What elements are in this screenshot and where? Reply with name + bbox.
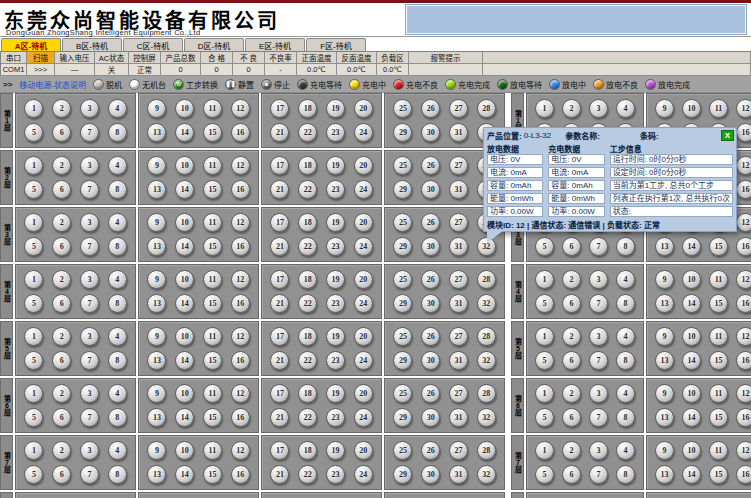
- cell-circle[interactable]: 16: [736, 465, 751, 484]
- cell-circle[interactable]: 5: [535, 465, 554, 484]
- cell-circle[interactable]: 14: [175, 123, 194, 142]
- cell-circle[interactable]: 7: [589, 351, 608, 370]
- cell-circle[interactable]: 2: [562, 441, 581, 460]
- cell-circle[interactable]: 1: [24, 441, 43, 460]
- cell-circle[interactable]: 11: [709, 270, 728, 289]
- toolbar-header[interactable]: 扫描: [27, 52, 55, 64]
- cell-circle[interactable]: 25: [393, 441, 412, 460]
- cell-circle[interactable]: 12: [736, 270, 751, 289]
- cell-circle[interactable]: 5: [24, 180, 43, 199]
- cell-circle[interactable]: 8: [108, 237, 127, 256]
- cell-circle[interactable]: 4: [108, 441, 127, 460]
- popup-close-button[interactable]: X: [721, 130, 734, 141]
- cell-circle[interactable]: 12: [231, 156, 250, 175]
- cell-circle[interactable]: 8: [108, 294, 127, 313]
- cell-circle[interactable]: 3: [589, 327, 608, 346]
- cell-circle[interactable]: 7: [589, 294, 608, 313]
- cell-circle[interactable]: 28: [477, 384, 496, 403]
- cell-circle[interactable]: 9: [655, 99, 674, 118]
- cell-circle[interactable]: 16: [736, 294, 751, 313]
- cell-circle[interactable]: 31: [449, 123, 468, 142]
- cell-circle[interactable]: 13: [147, 351, 166, 370]
- cell-circle[interactable]: 12: [736, 441, 751, 460]
- cell-circle[interactable]: 15: [203, 408, 222, 427]
- cell-circle[interactable]: 16: [231, 237, 250, 256]
- cell-circle[interactable]: 30: [421, 294, 440, 313]
- cell-circle[interactable]: 13: [147, 237, 166, 256]
- cell-circle[interactable]: 15: [203, 237, 222, 256]
- cell-circle[interactable]: 20: [354, 327, 373, 346]
- cell-circle[interactable]: 9: [655, 327, 674, 346]
- cell-circle[interactable]: 17: [270, 99, 289, 118]
- cell-circle[interactable]: 6: [562, 294, 581, 313]
- cell-circle[interactable]: 8: [616, 294, 635, 313]
- cell-circle[interactable]: 4: [108, 327, 127, 346]
- cell-circle[interactable]: 9: [655, 384, 674, 403]
- cell-circle[interactable]: 21: [270, 294, 289, 313]
- cell-circle[interactable]: 15: [709, 294, 728, 313]
- cell-circle[interactable]: 26: [421, 384, 440, 403]
- cell-circle[interactable]: 1: [535, 270, 554, 289]
- cell-circle[interactable]: 4: [108, 213, 127, 232]
- cell-circle[interactable]: 8: [616, 237, 635, 256]
- cell-circle[interactable]: 28: [477, 270, 496, 289]
- cell-circle[interactable]: 1: [24, 156, 43, 175]
- cell-circle[interactable]: 12: [736, 99, 751, 118]
- cell-circle[interactable]: 14: [175, 351, 194, 370]
- cell-circle[interactable]: 11: [203, 327, 222, 346]
- cell-circle[interactable]: 1: [24, 213, 43, 232]
- cell-circle[interactable]: 18: [298, 99, 317, 118]
- cell-circle[interactable]: 17: [270, 156, 289, 175]
- cell-circle[interactable]: 27: [449, 213, 468, 232]
- cell-circle[interactable]: 1: [24, 270, 43, 289]
- cell-circle[interactable]: 4: [616, 327, 635, 346]
- cell-circle[interactable]: 25: [393, 156, 412, 175]
- cell-circle[interactable]: 13: [655, 237, 674, 256]
- cell-circle[interactable]: 8: [108, 123, 127, 142]
- cell-circle[interactable]: 20: [354, 441, 373, 460]
- cell-circle[interactable]: 2: [562, 270, 581, 289]
- cell-circle[interactable]: 13: [147, 294, 166, 313]
- cell-circle[interactable]: 3: [589, 270, 608, 289]
- cell-circle[interactable]: 6: [52, 408, 71, 427]
- cell-circle[interactable]: 12: [736, 327, 751, 346]
- cell-circle[interactable]: 28: [477, 99, 496, 118]
- cell-circle[interactable]: 22: [298, 465, 317, 484]
- cell-circle[interactable]: 16: [231, 294, 250, 313]
- cell-circle[interactable]: 11: [709, 384, 728, 403]
- cell-circle[interactable]: 19: [326, 156, 345, 175]
- cell-circle[interactable]: 18: [298, 441, 317, 460]
- cell-circle[interactable]: 2: [52, 99, 71, 118]
- cell-circle[interactable]: 16: [231, 351, 250, 370]
- cell-circle[interactable]: 32: [477, 465, 496, 484]
- cell-circle[interactable]: 9: [147, 156, 166, 175]
- cell-circle[interactable]: 8: [616, 408, 635, 427]
- cell-circle[interactable]: 6: [52, 294, 71, 313]
- cell-circle[interactable]: 5: [24, 465, 43, 484]
- cell-circle[interactable]: 20: [354, 270, 373, 289]
- cell-circle[interactable]: 9: [147, 441, 166, 460]
- cell-circle[interactable]: 18: [298, 213, 317, 232]
- cell-circle[interactable]: 3: [589, 384, 608, 403]
- cell-circle[interactable]: 4: [108, 384, 127, 403]
- cell-circle[interactable]: 30: [421, 465, 440, 484]
- cell-circle[interactable]: 11: [203, 441, 222, 460]
- cell-circle[interactable]: 2: [52, 441, 71, 460]
- cell-circle[interactable]: 20: [354, 156, 373, 175]
- cell-circle[interactable]: 27: [449, 441, 468, 460]
- cell-circle[interactable]: 6: [562, 408, 581, 427]
- cell-circle[interactable]: 29: [393, 351, 412, 370]
- cell-circle[interactable]: 12: [231, 384, 250, 403]
- cell-circle[interactable]: 29: [393, 294, 412, 313]
- cell-circle[interactable]: 8: [108, 180, 127, 199]
- cell-circle[interactable]: 30: [421, 351, 440, 370]
- cell-circle[interactable]: 14: [175, 408, 194, 427]
- cell-circle[interactable]: 26: [421, 327, 440, 346]
- cell-circle[interactable]: 4: [616, 441, 635, 460]
- cell-circle[interactable]: 19: [326, 384, 345, 403]
- cell-circle[interactable]: 31: [449, 180, 468, 199]
- cell-circle[interactable]: 9: [655, 270, 674, 289]
- cell-circle[interactable]: 21: [270, 123, 289, 142]
- cell-circle[interactable]: 7: [589, 465, 608, 484]
- cell-circle[interactable]: 13: [655, 408, 674, 427]
